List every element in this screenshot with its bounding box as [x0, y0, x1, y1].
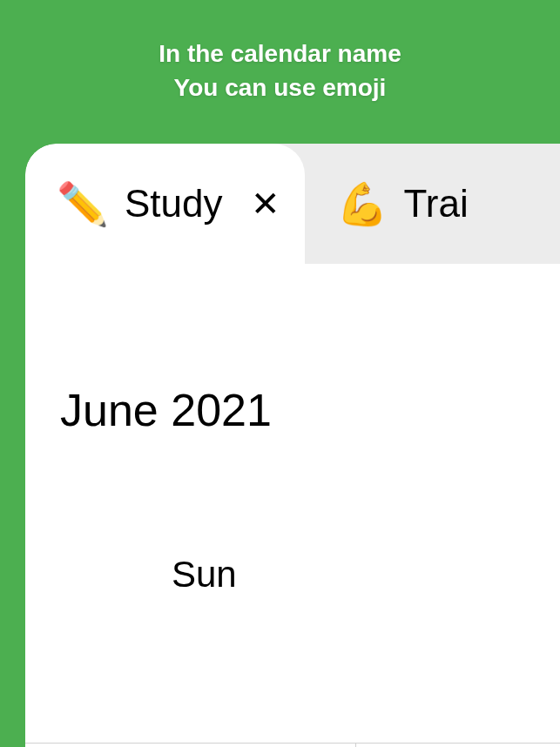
tabs-row: ✏️ Study ✕ 💪 Trai [25, 144, 560, 264]
promo-header: In the calendar name You can use emoji [0, 0, 560, 104]
pencil-icon: ✏️ [57, 179, 109, 229]
tab-label: Study [125, 182, 223, 225]
month-title: June 2021 [60, 264, 557, 436]
tab-label: Trai [404, 182, 469, 225]
app-window: ✏️ Study ✕ 💪 Trai June 2021 Sun 30 [25, 144, 560, 747]
promo-header-line1: In the calendar name [0, 37, 560, 71]
calendar-cell-prev-month[interactable]: 30 [25, 744, 356, 747]
flex-arm-icon: 💪 [336, 179, 388, 229]
close-tab-button[interactable]: ✕ [251, 184, 280, 224]
day-header-sun: Sun [60, 436, 557, 596]
calendar-content: June 2021 Sun [25, 264, 560, 747]
calendar-grid-row: 30 [25, 743, 560, 747]
tab-train[interactable]: 💪 Trai [305, 144, 500, 264]
promo-header-line2: You can use emoji [0, 71, 560, 104]
tab-study[interactable]: ✏️ Study ✕ [25, 144, 305, 264]
